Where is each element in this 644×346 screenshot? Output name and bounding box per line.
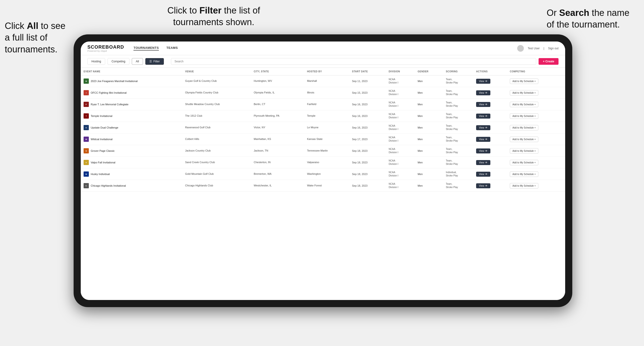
tournaments-table: EVENT NAME VENUE CITY, STATE HOSTED BY S… bbox=[81, 68, 565, 192]
tab-all[interactable]: All bbox=[132, 58, 143, 65]
filter-label: Filter bbox=[154, 60, 160, 63]
view-button-7[interactable]: View 👁 bbox=[476, 160, 490, 165]
view-button-5[interactable]: View 👁 bbox=[476, 137, 490, 142]
cell-event-name-3: T Temple Invitational bbox=[81, 110, 182, 122]
view-label-2: View bbox=[479, 103, 484, 106]
create-button[interactable]: + Create bbox=[538, 58, 558, 65]
cell-city-1: Olympia Fields, IL bbox=[251, 87, 304, 99]
cell-city-0: Huntington, WV bbox=[251, 75, 304, 87]
cell-hosted-1: Illinois bbox=[304, 87, 349, 99]
eye-icon-2: 👁 bbox=[485, 103, 488, 106]
separator: | bbox=[544, 47, 544, 50]
view-button-6[interactable]: View 👁 bbox=[476, 149, 490, 154]
eye-icon-4: 👁 bbox=[485, 126, 488, 129]
team-logo-2: F bbox=[84, 102, 89, 107]
team-logo-5: W bbox=[84, 137, 89, 142]
cell-division-6: NCAADivision I bbox=[386, 145, 415, 157]
col-start-date: START DATE bbox=[349, 68, 386, 75]
cell-gender-6: Men bbox=[415, 145, 443, 157]
view-button-3[interactable]: View 👁 bbox=[476, 114, 490, 119]
cell-city-6: Jackson, TN bbox=[251, 145, 304, 157]
cell-date-5: Sep 17, 2023 bbox=[349, 134, 386, 145]
add-schedule-button-9[interactable]: Add to My Schedule + bbox=[510, 183, 538, 188]
add-schedule-button-0[interactable]: Add to My Schedule + bbox=[510, 78, 538, 84]
cell-action-5: View 👁 bbox=[473, 134, 507, 145]
cell-event-name-7: V Valpo Fall Invitational bbox=[81, 157, 182, 168]
cell-division-8: NCAADivision I bbox=[386, 168, 415, 180]
cell-scoring-9: Team,Stroke Play bbox=[443, 180, 473, 192]
cell-scoring-8: Individual,Stroke Play bbox=[443, 168, 473, 180]
avatar bbox=[517, 45, 524, 52]
tab-hosting[interactable]: Hosting bbox=[88, 58, 105, 65]
event-name-text-2: Ryan T. Lee Memorial Collegiate bbox=[91, 103, 128, 106]
annotation-topleft: Click All to see a full list of tourname… bbox=[5, 20, 69, 55]
cell-event-name-2: F Ryan T. Lee Memorial Collegiate bbox=[81, 99, 182, 110]
table-row: I OFCC Fighting Illini Invitational Olym… bbox=[81, 87, 565, 99]
eye-icon-9: 👁 bbox=[485, 184, 488, 187]
search-input[interactable] bbox=[171, 58, 536, 65]
cell-competing-2: Add to My Schedule + bbox=[507, 99, 565, 110]
team-logo-4: U bbox=[84, 125, 89, 130]
team-logo-8: W bbox=[84, 172, 89, 177]
view-button-4[interactable]: View 👁 bbox=[476, 125, 490, 130]
add-schedule-button-1[interactable]: Add to My Schedule + bbox=[510, 90, 538, 96]
view-button-1[interactable]: View 👁 bbox=[476, 90, 490, 95]
cell-date-3: Sep 16, 2023 bbox=[349, 110, 386, 122]
cell-city-9: Westchester, IL bbox=[251, 180, 304, 192]
cell-hosted-4: Le Moyne bbox=[304, 122, 349, 134]
event-name-text-9: Chicago Highlands Invitational bbox=[91, 184, 126, 187]
cell-venue-1: Olympia Fields Country Club bbox=[182, 87, 251, 99]
eye-icon-7: 👁 bbox=[485, 161, 488, 164]
filter-button[interactable]: ☰ Filter bbox=[145, 58, 164, 65]
add-schedule-button-6[interactable]: Add to My Schedule + bbox=[510, 148, 538, 154]
cell-action-1: View 👁 bbox=[473, 87, 507, 99]
add-schedule-button-4[interactable]: Add to My Schedule + bbox=[510, 125, 538, 130]
table-row: F Ryan T. Lee Memorial Collegiate Shuttl… bbox=[81, 99, 565, 110]
nav-teams[interactable]: TEAMS bbox=[166, 46, 178, 50]
view-button-8[interactable]: View 👁 bbox=[476, 172, 490, 177]
cell-scoring-2: Team,Stroke Play bbox=[443, 99, 473, 110]
view-button-0[interactable]: View 👁 bbox=[476, 79, 490, 84]
annotation-topcenter: Click to Filter the list of tournaments … bbox=[154, 5, 273, 28]
cell-action-7: View 👁 bbox=[473, 157, 507, 168]
view-button-9[interactable]: View 👁 bbox=[476, 183, 490, 188]
view-label-6: View bbox=[479, 150, 484, 152]
col-event-name: EVENT NAME bbox=[81, 68, 182, 75]
cell-competing-7: Add to My Schedule + bbox=[507, 157, 565, 168]
cell-action-0: View 👁 bbox=[473, 75, 507, 87]
cell-venue-8: Gold Mountain Golf Club bbox=[182, 168, 251, 180]
cell-venue-5: Colbert Hills bbox=[182, 134, 251, 145]
table-row: W Husky Individual Gold Mountain Golf Cl… bbox=[81, 168, 565, 180]
eye-icon-1: 👁 bbox=[485, 92, 488, 94]
signout-link[interactable]: Sign out bbox=[548, 47, 558, 50]
view-button-2[interactable]: View 👁 bbox=[476, 102, 490, 107]
team-logo-3: T bbox=[84, 113, 89, 119]
add-schedule-button-7[interactable]: Add to My Schedule + bbox=[510, 160, 538, 165]
cell-event-name-0: M 2023 Joe Feaganes Marshall Invitationa… bbox=[81, 75, 182, 87]
event-name-text-1: OFCC Fighting Illini Invitational bbox=[91, 91, 126, 94]
cell-venue-9: Chicago Highlands Club bbox=[182, 180, 251, 192]
cell-venue-0: Guyan Golf & Country Club bbox=[182, 75, 251, 87]
cell-action-4: View 👁 bbox=[473, 122, 507, 134]
cell-event-name-8: W Husky Individual bbox=[81, 168, 182, 180]
eye-icon-0: 👁 bbox=[485, 80, 488, 83]
add-schedule-button-8[interactable]: Add to My Schedule + bbox=[510, 172, 538, 177]
cell-hosted-8: Washington bbox=[304, 168, 349, 180]
cell-competing-9: Add to My Schedule + bbox=[507, 180, 565, 192]
cell-gender-1: Men bbox=[415, 87, 443, 99]
cell-scoring-0: Team,Stroke Play bbox=[443, 75, 473, 87]
eye-icon-5: 👁 bbox=[485, 138, 488, 141]
team-logo-6: G bbox=[84, 148, 89, 154]
add-schedule-button-2[interactable]: Add to My Schedule + bbox=[510, 102, 538, 107]
nav-tournaments[interactable]: TOURNAMENTS bbox=[134, 46, 159, 50]
add-schedule-button-3[interactable]: Add to My Schedule + bbox=[510, 113, 538, 119]
cell-date-7: Sep 18, 2023 bbox=[349, 157, 386, 168]
logo-area: SCOREBOARD Powered by clippd bbox=[88, 44, 124, 52]
tab-competing[interactable]: Competing bbox=[108, 58, 130, 65]
cell-event-name-4: U Upstate Dual Challenge bbox=[81, 122, 182, 134]
cell-city-5: Manhattan, KS bbox=[251, 134, 304, 145]
cell-scoring-6: Team,Stroke Play bbox=[443, 145, 473, 157]
col-city-state: CITY, STATE bbox=[251, 68, 304, 75]
team-logo-9: C bbox=[84, 183, 89, 188]
add-schedule-button-5[interactable]: Add to My Schedule + bbox=[510, 137, 538, 142]
